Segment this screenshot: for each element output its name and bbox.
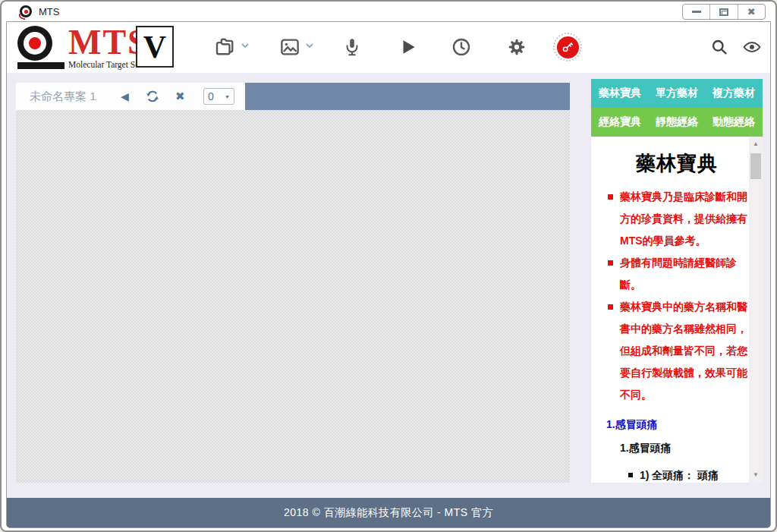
counter-dropdown[interactable]: 0 ▼ [203, 88, 234, 105]
project-title: 未命名專案 1 [30, 83, 96, 110]
entry-item: 1) 全頭痛： 頭痛方 左 [640, 465, 729, 483]
open-project-button[interactable] [213, 35, 238, 59]
clock-icon [451, 36, 472, 58]
scrollbar[interactable]: ▲ ▼ [749, 137, 763, 483]
copyright-text: 2018 © 百潮綠能科技有限公司 - MTS 官方 [284, 506, 493, 520]
nav-single-herbs[interactable]: 單方藥材 [656, 87, 698, 100]
close-icon: ✖ [747, 7, 756, 17]
history-button[interactable] [449, 35, 473, 59]
scroll-down-icon[interactable]: ▼ [749, 471, 763, 479]
window-title: MTS [39, 6, 59, 17]
scroll-up-icon[interactable]: ▲ [749, 140, 763, 148]
microphone-icon [341, 36, 363, 58]
note-item: 藥林寶典乃是臨床診斷和開方的珍貴資料，提供給擁有MTS的學員參考。 [620, 186, 747, 252]
section-heading: 1.感冒頭痛 [620, 442, 747, 455]
play-icon [398, 37, 418, 57]
minimize-icon [692, 11, 701, 13]
license-key-button[interactable] [553, 33, 582, 61]
back-icon[interactable]: ◀ [121, 83, 129, 110]
nav-compound-herbs[interactable]: 複方藥材 [713, 87, 755, 100]
section-link[interactable]: 1.感冒頭痛 [606, 418, 747, 432]
nav-static-meridian[interactable]: 靜態經絡 [656, 115, 698, 129]
entry-text: 1) 全頭痛： 頭痛方 [640, 469, 719, 483]
chevron-down-icon [241, 43, 249, 49]
eye-icon [742, 37, 762, 57]
footer: 2018 © 百潮綠能科技有限公司 - MTS 官方 [7, 498, 770, 527]
app-frame: MTS Molecular Target Software V [6, 21, 771, 528]
gear-icon [506, 36, 527, 58]
minimize-button[interactable] [683, 5, 709, 19]
dropdown-arrow-icon: ▼ [225, 94, 230, 99]
nav-jingluo-baodian[interactable]: 經絡寶典 [599, 115, 641, 129]
folder-icon [214, 36, 237, 58]
nav-dynamic-meridian[interactable]: 動態經絡 [713, 115, 755, 129]
preview-button[interactable] [740, 35, 764, 59]
open-project-dropdown[interactable] [241, 43, 249, 49]
article-notes: 藥林寶典乃是臨床診斷和開方的珍貴資料，提供給擁有MTS的學員參考。 身體有問題時… [606, 186, 747, 406]
note-item: 身體有問題時請經醫師診斷。 [620, 252, 747, 296]
titlebar: MTS [2, 2, 775, 21]
search-button[interactable] [707, 35, 731, 59]
insert-image-dropdown[interactable] [306, 43, 313, 49]
article-panel: 藥林寶典 藥林寶典乃是臨床診斷和開方的珍貴資料，提供給擁有MTS的學員參考。 身… [591, 137, 763, 483]
bullseye-icon [17, 26, 66, 69]
toolbar: MTS Molecular Target Software V [7, 22, 770, 73]
search-icon [710, 38, 728, 56]
nav-row-materia: 藥林寶典 單方藥材 複方藥材 [591, 79, 763, 108]
settings-button[interactable] [505, 35, 529, 59]
project-header: 未命名專案 1 ◀ ✖ [16, 83, 570, 110]
main-area: 未命名專案 1 ◀ ✖ [7, 73, 770, 498]
refresh-icon[interactable] [145, 89, 160, 104]
insert-image-button[interactable] [278, 35, 302, 59]
counter-value: 0 [208, 90, 214, 102]
image-icon [278, 36, 301, 58]
close-button[interactable]: ✖ [738, 5, 765, 19]
clear-icon[interactable]: ✖ [175, 83, 185, 110]
scrollbar-thumb[interactable] [750, 153, 761, 179]
play-button[interactable] [396, 35, 420, 59]
project-header-bar [245, 83, 570, 110]
project-panel: 未命名專案 1 ◀ ✖ [16, 83, 570, 483]
project-canvas[interactable] [16, 110, 570, 483]
chevron-down-icon [306, 43, 313, 49]
record-audio-button[interactable] [340, 35, 364, 59]
version-badge: V [136, 26, 174, 68]
maximize-button[interactable] [709, 5, 737, 19]
nav-row-meridian: 經絡寶典 靜態經絡 動態經絡 [591, 108, 763, 137]
note-item: 藥林寶典中的藥方名稱和醫書中的藥方名稱雖然相同，但組成和劑量皆不同，若您要自行製… [620, 296, 747, 406]
window-controls: ✖ [682, 4, 766, 20]
reference-panel: 藥林寶典 單方藥材 複方藥材 經絡寶典 靜態經絡 動態經絡 藥林寶典 藥林寶典乃… [591, 79, 763, 483]
nav-yaolin-baodian[interactable]: 藥林寶典 [599, 87, 641, 100]
article-title: 藥林寶典 [606, 150, 747, 177]
app-logo-icon [20, 5, 32, 17]
maximize-icon [719, 8, 728, 16]
key-icon [560, 39, 575, 55]
app-window: MTS ✖ MTS Molecular Target Software V [0, 0, 777, 532]
